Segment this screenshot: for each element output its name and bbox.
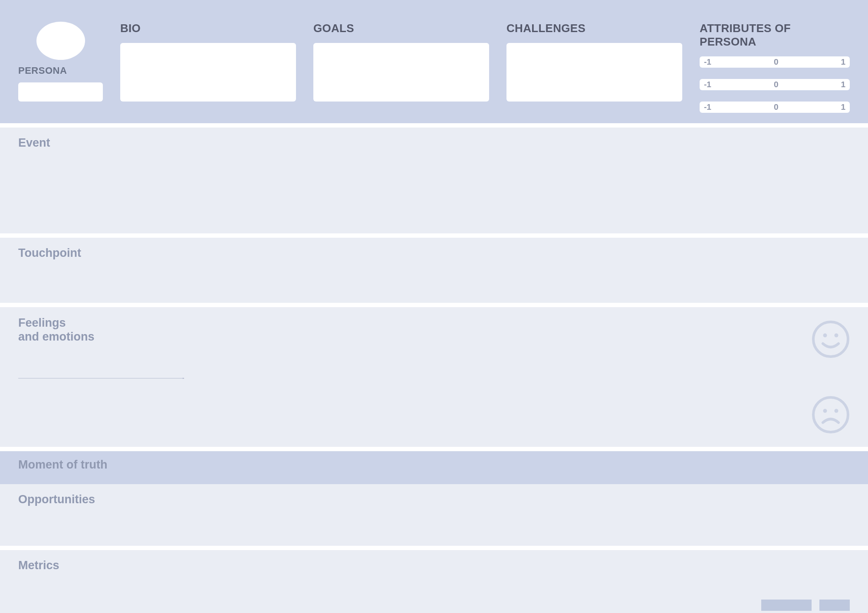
svg-marker-1 bbox=[183, 377, 184, 379]
persona-label: PERSONA bbox=[18, 65, 67, 76]
goals-column: GOALS bbox=[313, 22, 489, 102]
touchpoint-section[interactable]: Touchpoint bbox=[0, 238, 868, 303]
attribute-scale-1[interactable]: -1 0 1 bbox=[700, 56, 850, 68]
attributes-column: ATTRIBUTES OF PERSONA -1 0 1 -1 0 1 -1 0… bbox=[700, 22, 850, 102]
attribute-scales: -1 0 1 -1 0 1 -1 0 1 bbox=[700, 56, 850, 113]
footer-bar bbox=[819, 600, 850, 611]
happy-face-icon bbox=[812, 320, 850, 358]
footer-bar bbox=[761, 600, 812, 611]
scale-low: -1 bbox=[704, 102, 711, 112]
scale-low: -1 bbox=[704, 57, 711, 67]
scale-high: 1 bbox=[841, 57, 845, 67]
feelings-label-line1: Feelings bbox=[18, 316, 66, 329]
divider bbox=[0, 546, 868, 550]
moment-label: Moment of truth bbox=[18, 458, 850, 472]
goals-input[interactable] bbox=[313, 43, 489, 102]
feelings-section[interactable]: Feelings and emotions bbox=[0, 307, 868, 447]
persona-name-input[interactable] bbox=[18, 82, 103, 102]
touchpoint-label: Touchpoint bbox=[18, 246, 850, 260]
timeline-arrow-icon bbox=[18, 377, 184, 379]
metrics-label: Metrics bbox=[18, 559, 850, 572]
attribute-scale-3[interactable]: -1 0 1 bbox=[700, 102, 850, 113]
divider bbox=[0, 123, 868, 128]
divider bbox=[0, 447, 868, 451]
svg-point-7 bbox=[835, 409, 838, 413]
svg-point-3 bbox=[823, 334, 827, 338]
bio-column: BIO bbox=[120, 22, 296, 102]
scale-low: -1 bbox=[704, 80, 711, 89]
svg-point-6 bbox=[823, 409, 827, 413]
header-persona-panel: PERSONA BIO GOALS CHALLENGES ATTRIBUTES … bbox=[0, 0, 868, 123]
event-section[interactable]: Event bbox=[0, 128, 868, 233]
svg-point-5 bbox=[813, 397, 848, 432]
feelings-label: Feelings and emotions bbox=[18, 316, 850, 344]
event-label: Event bbox=[18, 136, 850, 150]
opportunities-label: Opportunities bbox=[18, 493, 850, 506]
divider bbox=[0, 303, 868, 307]
sad-face-icon bbox=[812, 396, 850, 434]
scale-mid: 0 bbox=[774, 57, 779, 67]
opportunities-section[interactable]: Opportunities bbox=[0, 484, 868, 546]
footer-placeholder-bars bbox=[761, 600, 850, 611]
bio-title: BIO bbox=[120, 22, 296, 35]
challenges-column: CHALLENGES bbox=[506, 22, 682, 102]
scale-high: 1 bbox=[841, 102, 845, 112]
persona-column: PERSONA bbox=[18, 22, 103, 102]
bio-input[interactable] bbox=[120, 43, 296, 102]
feelings-label-line2: and emotions bbox=[18, 330, 95, 343]
divider bbox=[0, 233, 868, 238]
svg-point-2 bbox=[813, 322, 848, 357]
goals-title: GOALS bbox=[313, 22, 489, 35]
metrics-section[interactable]: Metrics bbox=[0, 550, 868, 613]
challenges-title: CHALLENGES bbox=[506, 22, 682, 35]
svg-point-4 bbox=[835, 334, 838, 338]
scale-high: 1 bbox=[841, 80, 845, 89]
scale-mid: 0 bbox=[774, 80, 779, 89]
scale-mid: 0 bbox=[774, 102, 779, 112]
attribute-scale-2[interactable]: -1 0 1 bbox=[700, 79, 850, 90]
moment-of-truth-section[interactable]: Moment of truth bbox=[0, 451, 868, 484]
challenges-input[interactable] bbox=[506, 43, 682, 102]
persona-avatar[interactable] bbox=[36, 22, 85, 60]
attributes-title: ATTRIBUTES OF PERSONA bbox=[700, 22, 850, 49]
